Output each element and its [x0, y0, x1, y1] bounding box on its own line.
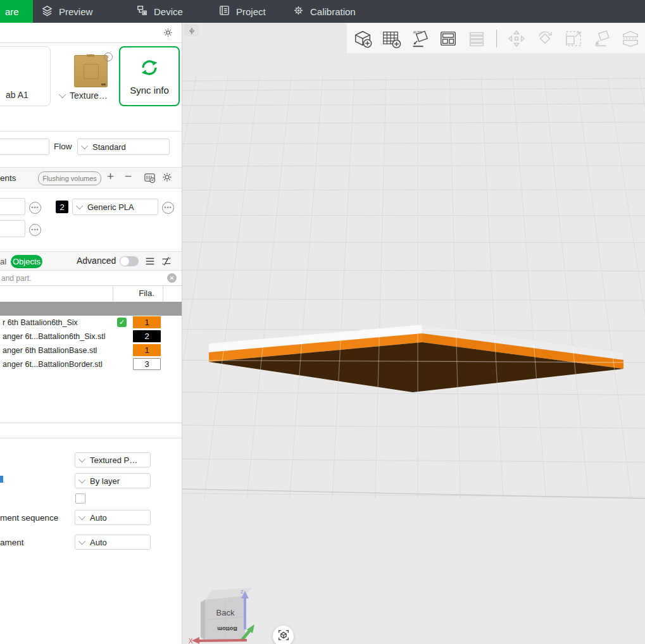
filament-2-material: Generic PLA [87, 202, 134, 212]
x-axis-arrow [199, 640, 247, 641]
chevron-down-icon [78, 513, 85, 520]
add-plate-icon[interactable] [380, 27, 403, 50]
svg-text:AUTO: AUTO [413, 30, 422, 34]
table-row[interactable]: anger 6th BattalionBase.stl 1 [0, 344, 182, 357]
lay-flat-icon [591, 27, 613, 50]
filament-2-dropdown[interactable]: Generic PLA [72, 199, 158, 215]
add-filament-button[interactable]: + [107, 170, 114, 183]
filament-2-edit-icon[interactable]: ••• [162, 202, 174, 214]
chevron-down-icon [78, 538, 85, 545]
split-icon [619, 27, 642, 50]
filament-2-color-swatch[interactable]: 2 [56, 201, 68, 213]
part-name: anger 6t...Battalion6th_Six.stl [3, 332, 111, 341]
printer-card[interactable]: ab A1 [0, 46, 51, 106]
table-row[interactable]: anger 6t...BattalionBorder.stl 3 [0, 357, 182, 371]
fila-badge[interactable]: 1 [133, 344, 161, 356]
ams-icon[interactable] [143, 171, 156, 187]
bed-type-dropdown[interactable]: Textured P… [75, 452, 151, 468]
filament-sequence-dropdown[interactable]: Auto [75, 510, 151, 525]
flushing-volumes-button[interactable]: Flushing volumes [38, 171, 101, 185]
panel-collapse-handle[interactable]: ‹|› [184, 24, 199, 36]
filament-settings-gear-icon[interactable] [161, 171, 173, 185]
build-plate-canvas[interactable] [182, 23, 645, 644]
object-name: r 6th Battalion6th_Six [3, 318, 111, 327]
print-sequence-dropdown[interactable]: By layer [75, 473, 151, 488]
filament-sequence-value: Auto [90, 513, 107, 523]
fila-badge[interactable]: 3 [133, 358, 161, 370]
add-model-icon[interactable] [351, 27, 374, 50]
toolbar-separator [496, 30, 497, 47]
tab-preview[interactable]: Preview [41, 0, 92, 23]
chevron-down-icon [76, 202, 83, 209]
tab-prepare-label: are [5, 6, 19, 17]
search-input[interactable] [0, 273, 148, 283]
filament-section-title: ents [0, 173, 16, 183]
divider [0, 423, 182, 423]
table-row[interactable]: r 6th Battalion6th_Six ✓ 1 [0, 316, 182, 330]
table-row[interactable]: anger 6t...Battalion6th_Six.stl 2 [0, 330, 182, 344]
arrange-icon[interactable] [437, 27, 460, 50]
flow-value: Standard [92, 142, 126, 152]
wiki-link-fragment[interactable] [0, 476, 3, 483]
filament-section-bar: ents Flushing volumes + − [0, 167, 182, 189]
flushing-volumes-label: Flushing volumes [42, 175, 97, 182]
tab-global[interactable]: al [0, 257, 6, 266]
sync-icon [139, 57, 160, 81]
spiral-vase-checkbox[interactable] [75, 493, 85, 504]
filament-1-edit-icon[interactable]: ••• [29, 202, 41, 214]
tab-objects[interactable]: Objects [11, 255, 42, 268]
part-name: anger 6t...BattalionBorder.stl [3, 360, 111, 369]
chevron-down-icon [78, 476, 85, 483]
sync-info-button[interactable]: Sync info [119, 46, 180, 106]
navigation-cube[interactable]: Back Bottom z X [187, 585, 265, 644]
filament-3-edit-icon[interactable]: ••• [29, 224, 41, 236]
z-axis-label: z [241, 588, 244, 595]
bed-type-value: Textured P… [90, 455, 137, 465]
layers-icon [465, 27, 488, 50]
top-nav-bar: are Preview Device Project Calibration [0, 0, 645, 23]
model-3d-slab[interactable] [209, 325, 623, 392]
fila-badge[interactable]: 2 [133, 330, 161, 342]
advanced-label: Advanced [77, 256, 116, 266]
sort-filter-icon[interactable] [161, 256, 172, 269]
search-clear-icon[interactable]: ✕ [167, 273, 177, 283]
first-filament-label: ament [0, 538, 24, 547]
texture-plate-image [74, 55, 108, 87]
x-axis-label: X [189, 638, 193, 644]
auto-orient-icon[interactable]: AUTO [408, 27, 431, 50]
project-icon [218, 4, 230, 18]
tab-project[interactable]: Project [218, 0, 266, 23]
advanced-toggle[interactable] [120, 256, 139, 266]
object-table-header: Fila. [0, 285, 182, 302]
plate-type-card[interactable]: i Texture… [56, 46, 115, 106]
object-checkbox[interactable]: ✓ [117, 318, 127, 327]
plate-row-selected[interactable] [0, 302, 182, 316]
nav-cube-bottom-label: Bottom [217, 626, 237, 632]
objects-tab-bar: al Objects Advanced [0, 251, 182, 271]
list-view-icon[interactable] [144, 256, 156, 269]
process-preset-input[interactable] [0, 139, 49, 155]
tab-calibration-label: Calibration [310, 6, 356, 17]
tab-prepare[interactable]: are [0, 0, 33, 23]
first-filament-dropdown[interactable]: Auto [75, 535, 151, 550]
plate-type-dropdown[interactable]: Texture… [61, 90, 108, 101]
sync-info-label: Sync info [130, 85, 169, 96]
flow-dropdown[interactable]: Standard [77, 139, 170, 155]
filament-3-dropdown[interactable] [0, 220, 25, 237]
fit-view-icon [277, 628, 291, 644]
plate-info-icon[interactable]: i [104, 53, 113, 61]
device-icon [136, 4, 148, 18]
move-icon [505, 27, 528, 50]
fila-badge[interactable]: 1 [133, 316, 161, 328]
flow-label: Flow [54, 142, 72, 151]
part-name: anger 6th BattalionBase.stl [3, 346, 111, 355]
fila-column-header: Fila. [130, 288, 163, 298]
remove-filament-button[interactable]: − [125, 170, 132, 183]
viewport-toolbar: AUTO [347, 23, 645, 53]
filament-1-dropdown[interactable] [0, 198, 25, 215]
printer-settings-gear-icon[interactable] [163, 27, 173, 40]
tab-calibration[interactable]: Calibration [292, 0, 356, 23]
tab-device[interactable]: Device [136, 0, 183, 23]
fit-view-button[interactable] [273, 626, 294, 644]
rotate-icon [534, 27, 556, 50]
